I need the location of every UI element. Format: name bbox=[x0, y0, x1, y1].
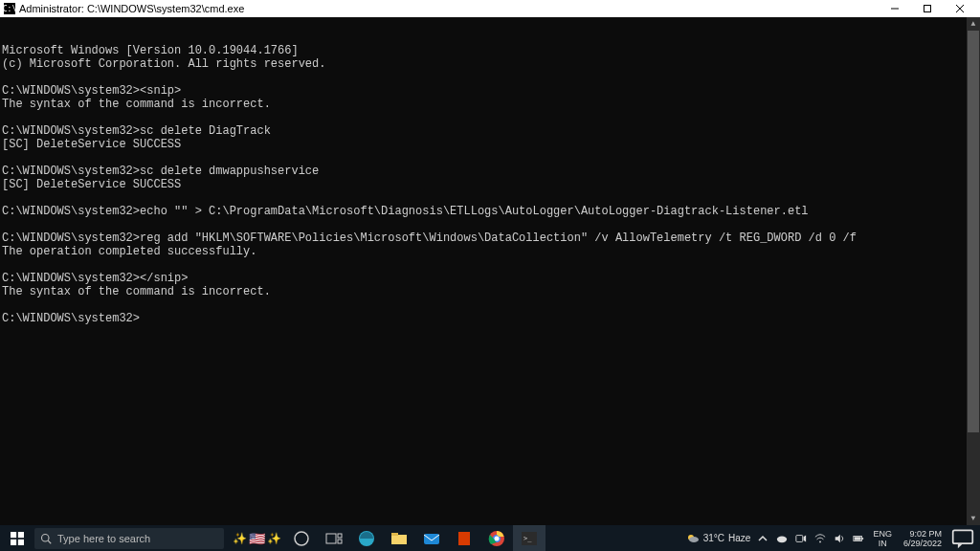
titlebar[interactable]: C:\ Administrator: C:\WINDOWS\system32\c… bbox=[0, 0, 980, 17]
taskbar-app-mail[interactable] bbox=[415, 525, 448, 551]
close-button[interactable] bbox=[944, 0, 976, 17]
svg-point-26 bbox=[777, 536, 787, 542]
console-line: C:\WINDOWS\system32></snip> bbox=[2, 272, 978, 285]
svg-marker-28 bbox=[804, 535, 807, 541]
svg-point-10 bbox=[295, 532, 308, 545]
start-button[interactable] bbox=[0, 525, 34, 551]
console-line: Microsoft Windows [Version 10.0.19044.17… bbox=[2, 44, 978, 57]
search-placeholder: Type here to search bbox=[57, 533, 150, 544]
console-output[interactable]: Microsoft Windows [Version 10.0.19044.17… bbox=[0, 17, 980, 525]
lang-secondary: IN bbox=[873, 539, 892, 548]
firework-icon: ✨ bbox=[233, 532, 247, 545]
svg-rect-6 bbox=[11, 539, 16, 544]
console-line: The operation completed successfully. bbox=[2, 245, 978, 258]
console-line bbox=[2, 218, 978, 231]
vertical-scrollbar[interactable]: ▲ ▼ bbox=[967, 17, 980, 525]
svg-text:>_: >_ bbox=[523, 535, 532, 542]
svg-line-9 bbox=[48, 540, 51, 543]
action-center-button[interactable] bbox=[951, 525, 974, 551]
console-line: [SC] DeleteService SUCCESS bbox=[2, 138, 978, 151]
task-view-button[interactable] bbox=[318, 525, 350, 551]
svg-rect-13 bbox=[338, 540, 342, 543]
search-input[interactable]: Type here to search bbox=[34, 528, 224, 549]
weather-icon bbox=[686, 532, 700, 545]
scroll-down-arrow-icon[interactable]: ▼ bbox=[967, 512, 980, 525]
console-line: C:\WINDOWS\system32>echo "" > C:\Program… bbox=[2, 205, 978, 218]
svg-rect-15 bbox=[391, 535, 407, 544]
news-widget[interactable]: ✨ 🇺🇸 ✨ bbox=[228, 525, 285, 551]
scroll-up-arrow-icon[interactable]: ▲ bbox=[967, 17, 980, 31]
console-line: C:\WINDOWS\system32> bbox=[2, 312, 978, 325]
system-tray: 31°C Haze ENG IN 9:02 PM 6/29/2022 bbox=[680, 525, 980, 551]
lang-primary: ENG bbox=[873, 529, 892, 539]
svg-rect-11 bbox=[326, 534, 336, 543]
svg-rect-17 bbox=[424, 534, 439, 544]
language-indicator[interactable]: ENG IN bbox=[871, 529, 894, 548]
console-line bbox=[2, 151, 978, 165]
notification-icon bbox=[951, 527, 974, 550]
console-line: C:\WINDOWS\system32><snip> bbox=[2, 84, 978, 98]
clock-date: 6/29/2022 bbox=[903, 539, 942, 548]
meet-now-icon[interactable] bbox=[794, 532, 808, 545]
taskbar-app-edge[interactable] bbox=[350, 525, 383, 551]
svg-rect-12 bbox=[338, 534, 342, 538]
taskbar: Type here to search ✨ 🇺🇸 ✨ >_ bbox=[0, 525, 980, 551]
clock[interactable]: 9:02 PM 6/29/2022 bbox=[900, 529, 946, 548]
console-line: C:\WINDOWS\system32>reg add "HKLM\SOFTWA… bbox=[2, 231, 978, 245]
taskbar-app-cmd[interactable]: >_ bbox=[513, 525, 546, 551]
svg-rect-16 bbox=[391, 533, 398, 536]
svg-rect-33 bbox=[855, 537, 861, 540]
console-line bbox=[2, 258, 978, 272]
cortana-button[interactable] bbox=[285, 525, 318, 551]
console-line: [SC] DeleteService SUCCESS bbox=[2, 178, 978, 191]
svg-rect-1 bbox=[924, 6, 931, 12]
onedrive-icon[interactable] bbox=[775, 532, 789, 545]
window-title: Administrator: C:\WINDOWS\system32\cmd.e… bbox=[19, 3, 879, 14]
firework-icon: ✨ bbox=[267, 532, 281, 545]
taskbar-app-office[interactable] bbox=[448, 525, 480, 551]
svg-rect-34 bbox=[953, 530, 973, 543]
windows-logo-icon bbox=[11, 532, 24, 545]
svg-point-29 bbox=[820, 540, 822, 542]
console-line: C:\WINDOWS\system32>sc delete dmwappushs… bbox=[2, 165, 978, 178]
minimize-button[interactable] bbox=[879, 0, 911, 17]
battery-icon[interactable] bbox=[852, 532, 865, 545]
scrollbar-thumb[interactable] bbox=[968, 31, 979, 432]
console-line: (c) Microsoft Corporation. All rights re… bbox=[2, 57, 978, 71]
us-flag-icon: 🇺🇸 bbox=[249, 531, 265, 546]
svg-rect-27 bbox=[796, 535, 803, 541]
search-icon bbox=[40, 533, 52, 544]
weather-widget[interactable]: 31°C Haze bbox=[686, 532, 751, 545]
weather-cond: Haze bbox=[728, 533, 750, 543]
svg-rect-7 bbox=[18, 539, 24, 544]
svg-rect-18 bbox=[458, 532, 470, 545]
svg-rect-4 bbox=[11, 532, 16, 538]
svg-point-21 bbox=[495, 536, 500, 540]
cmd-window: C:\ Administrator: C:\WINDOWS\system32\c… bbox=[0, 0, 980, 525]
taskbar-app-chrome[interactable] bbox=[480, 525, 513, 551]
svg-rect-32 bbox=[862, 538, 864, 540]
svg-point-8 bbox=[42, 534, 50, 541]
wifi-icon[interactable] bbox=[813, 532, 827, 545]
task-view-icon bbox=[325, 530, 343, 547]
svg-point-25 bbox=[689, 537, 699, 542]
console-line: The syntax of the command is incorrect. bbox=[2, 98, 978, 111]
cmd-icon: C:\ bbox=[4, 3, 15, 14]
taskbar-app-file-explorer[interactable] bbox=[383, 525, 415, 551]
volume-icon[interactable] bbox=[833, 532, 846, 545]
console-line bbox=[2, 71, 978, 84]
svg-marker-30 bbox=[835, 534, 840, 542]
console-line bbox=[2, 111, 978, 124]
svg-rect-5 bbox=[18, 532, 24, 538]
weather-temp: 31°C bbox=[703, 533, 724, 543]
console-line: The syntax of the command is incorrect. bbox=[2, 285, 978, 298]
maximize-button[interactable] bbox=[911, 0, 944, 17]
clock-time: 9:02 PM bbox=[903, 529, 942, 539]
console-line bbox=[2, 191, 978, 205]
console-line bbox=[2, 298, 978, 312]
console-line: C:\WINDOWS\system32>sc delete DiagTrack bbox=[2, 124, 978, 138]
tray-overflow-button[interactable] bbox=[756, 532, 769, 545]
